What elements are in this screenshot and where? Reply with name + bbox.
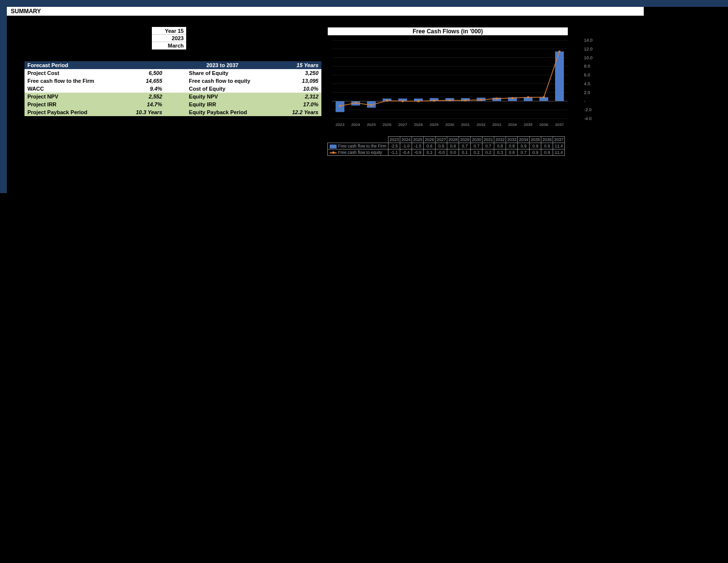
y-tick-label: 8.0 <box>584 64 598 69</box>
assumptions-box: Year 15 2023 March <box>152 27 186 49</box>
forecast-period-years: 15 Years <box>280 61 321 69</box>
svg-point-27 <box>355 102 357 104</box>
svg-text:2023: 2023 <box>336 122 344 127</box>
svg-point-29 <box>386 99 388 101</box>
project-irr-label: Project IRR <box>24 100 129 108</box>
forecast-period-range: 2023 to 2037 <box>165 61 280 69</box>
payback-row: Project Payback Period 10.3 Years Equity… <box>24 108 321 116</box>
wacc-row: WACC 9.4% Cost of Equity 10.0% <box>24 85 321 93</box>
equity-npv-value: 2,312 <box>280 93 321 100</box>
cost-of-equity-value: 10.0% <box>280 85 321 93</box>
equity-irr-value: 17.0% <box>280 100 321 108</box>
project-cost-row: Project Cost 6,500 Share of Equity 3,250 <box>24 69 321 77</box>
svg-text:2030: 2030 <box>445 122 454 127</box>
equity-npv-label: Equity NPV <box>186 93 280 100</box>
fcf-equity-label: Free cash flow to equity <box>186 77 280 85</box>
assumption-year-value: 2023 <box>152 35 186 42</box>
share-of-equity-value: 3,250 <box>280 69 321 77</box>
svg-point-34 <box>464 99 466 101</box>
svg-text:2027: 2027 <box>398 122 407 127</box>
svg-point-26 <box>339 105 341 107</box>
wacc-label: WACC <box>24 85 129 93</box>
fcf-firm-value: 14,655 <box>129 77 165 85</box>
y-tick-label: 4.0 <box>584 81 598 86</box>
chart-y-axis-labels: 14.012.010.08.06.04.02.0--2.0-4.0 <box>584 38 596 126</box>
fcf-firm-row: Free cash flow to the Firm 14,655 Free c… <box>24 77 321 85</box>
chart-svg: 2023202420252026202720282029203020312032… <box>327 38 582 131</box>
svg-text:2036: 2036 <box>539 122 548 127</box>
y-tick-label: 6.0 <box>584 73 598 77</box>
project-cost-label: Project Cost <box>24 69 129 77</box>
svg-rect-24 <box>555 51 564 101</box>
equity-payback-value: 12.2 Years <box>280 108 321 116</box>
project-npv-value: 2,552 <box>129 93 165 100</box>
svg-text:2031: 2031 <box>461 122 470 127</box>
section-header: SUMMARY <box>7 7 644 16</box>
chart-data-table: 2023202420252026202720282029203020312032… <box>327 136 565 156</box>
wacc-value: 9.4% <box>129 85 165 93</box>
npv-row: Project NPV 2,552 Equity NPV 2,312 <box>24 93 321 100</box>
svg-text:2037: 2037 <box>555 122 564 127</box>
svg-point-36 <box>496 98 498 99</box>
y-tick-label: 12.0 <box>584 47 598 51</box>
y-tick-label: 2.0 <box>584 90 598 95</box>
irr-row: Project IRR 14.7% Equity IRR 17.0% <box>24 100 321 108</box>
svg-text:2032: 2032 <box>477 122 485 127</box>
svg-text:2024: 2024 <box>351 122 360 127</box>
legend-firm: Free cash flow to the Firm <box>338 144 386 148</box>
equity-payback-label: Equity Payback Period <box>186 108 280 116</box>
svg-text:2026: 2026 <box>383 122 391 127</box>
fcf-equity-value: 13,095 <box>280 77 321 85</box>
svg-point-39 <box>543 96 545 98</box>
svg-point-40 <box>558 50 560 52</box>
y-tick-label: 14.0 <box>584 38 598 43</box>
summary-table: Forecast Period 2023 to 2037 15 Years Pr… <box>24 61 321 116</box>
svg-point-30 <box>402 100 404 102</box>
svg-point-31 <box>417 100 419 102</box>
chart-plot: 2023202420252026202720282029203020312032… <box>327 38 582 131</box>
y-tick-label: 10.0 <box>584 55 598 60</box>
svg-point-38 <box>527 96 529 98</box>
project-irr-value: 14.7% <box>129 100 165 108</box>
svg-text:2033: 2033 <box>492 122 501 127</box>
project-payback-value: 10.3 Years <box>129 108 165 116</box>
share-of-equity-label: Share of Equity <box>186 69 280 77</box>
equity-irr-label: Equity IRR <box>186 100 280 108</box>
assumption-month: March <box>152 42 186 49</box>
chart-title: Free Cash Flows (in '000) <box>327 27 568 36</box>
assumption-year-label: Year 15 <box>152 27 186 35</box>
svg-text:2034: 2034 <box>508 122 517 127</box>
fcf-firm-label: Free cash flow to the Firm <box>24 77 129 85</box>
svg-point-35 <box>480 99 482 101</box>
forecast-period-label: Forecast Period <box>24 61 129 69</box>
svg-point-32 <box>433 99 435 101</box>
svg-text:2028: 2028 <box>414 122 423 127</box>
svg-text:2029: 2029 <box>430 122 438 127</box>
chart-container: Free Cash Flows (in '000) 20232024202520… <box>327 27 582 131</box>
svg-text:2025: 2025 <box>367 122 376 127</box>
svg-point-37 <box>511 97 513 99</box>
svg-text:2035: 2035 <box>524 122 533 127</box>
y-tick-label: -2.0 <box>584 107 598 112</box>
project-npv-label: Project NPV <box>24 93 129 100</box>
section-title: SUMMARY <box>11 8 41 15</box>
svg-point-33 <box>449 99 451 101</box>
project-cost-value: 6,500 <box>129 69 165 77</box>
y-tick-label: -4.0 <box>584 116 598 121</box>
cost-of-equity-label: Cost of Equity <box>186 85 280 93</box>
y-tick-label: - <box>584 98 598 103</box>
legend-equity: Free cash flow to equity <box>338 150 382 155</box>
forecast-period-row: Forecast Period 2023 to 2037 15 Years <box>24 61 321 69</box>
svg-point-28 <box>370 104 372 106</box>
project-payback-label: Project Payback Period <box>24 108 129 116</box>
